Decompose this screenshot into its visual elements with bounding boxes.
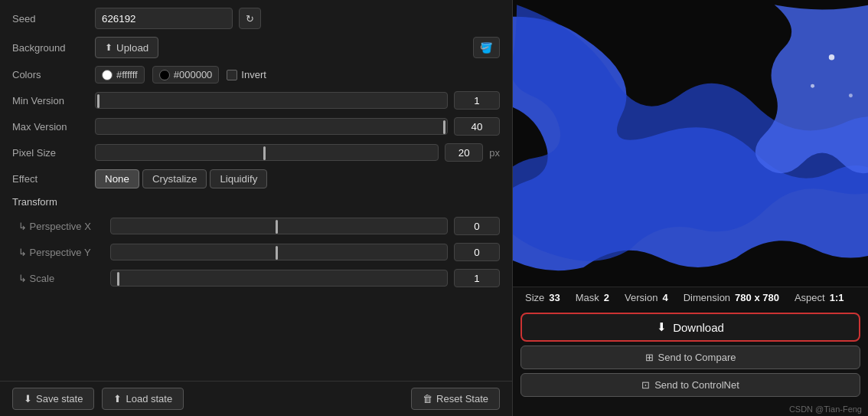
aspect-label: Aspect [795,292,825,303]
colors-row: Colors #ffffff #000000 Invert [12,66,500,84]
upload-button[interactable]: ⬆ Upload [95,37,158,58]
color1-circle [102,70,113,80]
refresh-seed-button[interactable]: ↻ [239,8,261,29]
pixel-size-unit: px [489,147,500,159]
invert-checkbox-box [227,70,237,80]
max-version-row: Max Version [12,117,500,136]
load-state-label: Load state [126,393,172,405]
mask-label: Mask [576,292,599,303]
info-bar: Size 33 Mask 2 Version 4 Dimension 780 x… [513,287,868,308]
scale-label: ↳ Scale [12,273,104,284]
min-version-row: Min Version [12,91,500,110]
pixel-size-row: Pixel Size px [12,143,500,162]
svg-point-2 [811,84,814,88]
min-version-input[interactable] [454,91,500,110]
size-label: Size [525,292,544,303]
download-icon: ⬇ [657,320,667,334]
color2-picker[interactable]: #000000 [152,66,220,84]
reset-state-button[interactable]: 🗑 Reset State [411,388,500,410]
svg-point-1 [829,54,834,60]
seed-input[interactable] [95,8,233,29]
size-value: 33 [549,292,560,303]
color2-value: #000000 [174,69,213,80]
pixel-size-input[interactable] [445,143,483,162]
preview-area: ⬛ [513,0,868,287]
paint-bucket-button[interactable]: 🪣 [473,37,500,58]
effect-liquidify-button[interactable]: Liquidify [210,169,267,188]
transform-row: Transform [12,196,500,209]
max-version-thumb [443,120,445,134]
perspective-y-thumb [276,246,278,260]
upload-icon: ⬆ [105,42,113,53]
color2-circle [159,70,170,80]
colors-label: Colors [12,69,89,80]
controlnet-icon: ⊡ [641,379,650,391]
perspective-y-label: ↳ Perspective Y [12,247,104,258]
effect-label: Effect [12,173,89,185]
effect-buttons: None Crystalize Liquidify [95,169,267,188]
scale-input[interactable] [454,269,500,287]
seed-row: Seed ↻ [12,8,500,29]
max-version-label: Max Version [12,121,89,133]
dimension-info: Dimension 780 x 780 [684,292,779,303]
effect-row: Effect None Crystalize Liquidify [12,169,500,188]
send-to-compare-button[interactable]: ⊞ Send to Compare [520,346,860,369]
effect-crystalize-button[interactable]: Crystalize [142,169,207,188]
reset-state-icon: 🗑 [423,393,432,405]
load-state-icon: ⬆ [113,393,122,405]
perspective-x-label: ↳ Perspective X [12,221,104,232]
pixel-size-label: Pixel Size [12,147,89,159]
perspective-y-input[interactable] [454,243,500,261]
min-version-label: Min Version [12,95,89,106]
svg-point-3 [849,93,853,97]
download-button[interactable]: ⬇ Download [520,313,860,342]
seed-label: Seed [12,13,89,25]
color1-picker[interactable]: #ffffff [95,66,145,84]
action-buttons-area: ⬇ Download ⊞ Send to Compare ⊡ Send to C… [513,308,868,401]
aspect-info: Aspect 1:1 [795,292,844,303]
compare-label: Send to Compare [658,352,736,363]
perspective-y-row: ↳ Perspective Y [12,243,500,261]
save-state-label: Save state [36,393,83,405]
version-value: 4 [662,292,667,303]
min-version-thumb [97,94,100,108]
background-label: Background [12,42,89,54]
color1-value: #ffffff [116,69,138,80]
load-state-button[interactable]: ⬆ Load state [102,388,184,410]
scale-thumb [117,272,119,286]
dimension-label: Dimension [684,292,730,303]
scale-slider-container [110,270,448,287]
dimension-value: 780 x 780 [735,292,779,303]
transform-label: Transform [12,196,57,208]
save-state-icon: ⬇ [24,393,32,405]
download-label: Download [673,321,724,334]
compare-icon: ⊞ [645,352,654,363]
version-info: Version 4 [625,292,668,303]
max-version-slider-container [95,118,448,135]
perspective-x-slider-container [110,218,448,234]
perspective-x-thumb [276,220,278,234]
controlnet-label: Send to ControlNet [654,379,739,391]
max-version-input[interactable] [454,117,500,136]
pixel-size-slider-container [95,144,439,161]
perspective-y-slider-container [110,244,448,260]
reset-state-label: Reset State [436,393,488,405]
background-row: Background ⬆ Upload 🪣 [12,37,500,58]
effect-none-button[interactable]: None [95,169,139,188]
invert-label: Invert [241,69,266,80]
scale-row: ↳ Scale [12,269,500,287]
perspective-x-row: ↳ Perspective X [12,217,500,235]
pixel-size-thumb [263,146,266,160]
watermark: CSDN @Tian-Feng [789,405,862,414]
perspective-x-input[interactable] [454,217,500,235]
min-version-slider-container [95,92,448,109]
size-info: Size 33 [525,292,560,303]
send-to-controlnet-button[interactable]: ⊡ Send to ControlNet [520,373,860,397]
mask-info: Mask 2 [576,292,609,303]
save-state-button[interactable]: ⬇ Save state [12,388,94,410]
mask-value: 2 [604,292,609,303]
aspect-value: 1:1 [830,292,844,303]
upload-label: Upload [116,42,148,54]
version-label: Version [625,292,658,303]
invert-checkbox[interactable]: Invert [227,69,266,80]
